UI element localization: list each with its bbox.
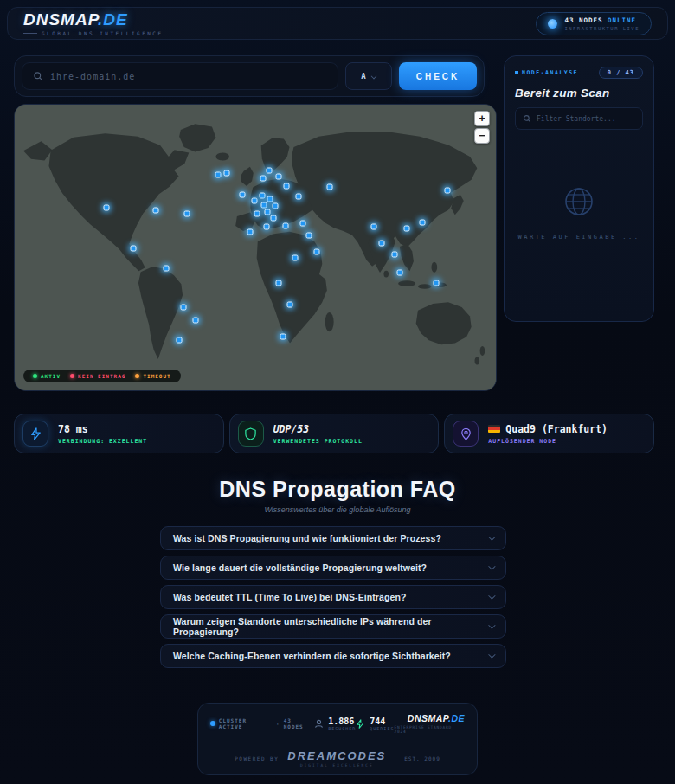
map-node-marker[interactable] [445,188,451,194]
map-node-marker[interactable] [420,220,426,226]
queries-label: QUERIES [370,726,394,731]
online-status-icon [548,19,557,29]
faq-list: Was ist DNS Propagierung und wie funktio… [160,526,506,668]
faq-item[interactable]: Wie lange dauert die vollständige Propag… [160,556,506,580]
footer-divider [210,742,465,742]
map-node-marker[interactable] [163,265,169,271]
faq-question: Warum zeigen Standorte unterschiedliche … [173,616,488,637]
world-map[interactable]: + − AKTIVKEIN EINTRAGTIMEOUT [14,104,497,391]
faq-header: DNS Propagation FAQ Wissenswertes über d… [0,477,675,514]
logo: DNSMAP.DE GLOBAL DNS INTELLIGENCE [23,11,164,36]
footer-logo-subtitle: ENTERPRISE STANDARD 2024 [394,725,465,734]
panel-label: NODE-ANALYSE [515,69,578,76]
map-node-marker[interactable] [267,167,273,173]
filter-input[interactable] [537,115,635,123]
resolver-value: Quad9 (Frankfurt) [488,423,608,435]
map-zoom-controls: + − [474,111,490,144]
map-node-marker[interactable] [247,229,253,235]
header: DNSMAP.DE GLOBAL DNS INTELLIGENCE 43 NOD… [7,7,668,40]
map-node-marker[interactable] [397,269,403,275]
map-node-marker[interactable] [261,202,267,209]
map-node-marker[interactable] [259,193,265,199]
protocol-value: UDP/53 [273,423,363,435]
legend-label: TIMEOUT [143,373,170,379]
map-node-marker[interactable] [130,245,136,251]
search-bar: A CHECK [14,55,485,97]
faq-item[interactable]: Welche Caching-Ebenen verhindern die sof… [160,644,506,668]
domain-input[interactable] [50,72,327,81]
logo-subtitle: GLOBAL DNS INTELLIGENCE [23,30,164,36]
map-node-marker[interactable] [271,215,277,222]
faq-item[interactable]: Was bedeutet TTL (Time To Live) bei DNS-… [160,585,506,609]
faq-subtitle: Wissenswertes über die globale Auflösung [0,505,675,514]
logo-wordmark: DNSMAP.DE [23,11,164,28]
zoom-in-button[interactable]: + [474,111,490,126]
footer-brand: DNSMAP.DE ENTERPRISE STANDARD 2024 [394,713,465,734]
faq-item[interactable]: Was ist DNS Propagierung und wie funktio… [160,526,506,550]
search-icon [523,114,531,123]
map-node-marker[interactable] [275,174,281,180]
globe-icon [561,183,597,220]
map-node-marker[interactable] [239,192,245,198]
map-node-marker[interactable] [153,208,159,214]
domain-input-wrap [22,62,338,90]
cluster-dot-icon [210,721,215,726]
map-node-marker[interactable] [283,223,289,229]
map-node-marker[interactable] [184,211,190,217]
map-node-marker[interactable] [177,337,183,344]
map-node-marker[interactable] [284,183,290,190]
map-node-marker[interactable] [296,194,302,200]
map-node-marker[interactable] [180,304,186,310]
page: DNSMAP.DE GLOBAL DNS INTELLIGENCE 43 NOD… [0,0,675,784]
legend-dot-icon [70,374,74,378]
map-node-marker[interactable] [326,184,332,190]
map-node-marker[interactable] [193,318,199,324]
map-node-marker[interactable] [305,233,312,239]
map-node-marker[interactable] [403,226,409,232]
legend-dot-icon [135,374,139,378]
shield-icon [238,421,264,447]
map-node-marker[interactable] [275,280,281,286]
powered-by-label: POWERED BY [235,755,279,762]
map-node-marker[interactable] [251,198,257,204]
empty-state: WARTE AUF EINGABE ... [515,183,643,241]
chevron-down-icon [370,74,376,80]
map-node-marker[interactable] [254,211,260,217]
protocol-caption: VERWENDETES PROTOKOLL [273,438,363,445]
map-node-marker[interactable] [379,241,385,247]
map-node-marker[interactable] [224,170,230,176]
latency-card: 78 ms VERBINDUNG: EXZELLENT [14,414,224,453]
zoom-out-button[interactable]: − [474,128,490,144]
faq-question: Was bedeutet TTL (Time To Live) bei DNS-… [173,592,406,602]
cluster-status: CLUSTER ACTIVE · 43 NODES [210,717,314,729]
map-node-marker[interactable] [300,221,306,227]
powered-by-row: POWERED BY DREAMCODES DIGITAL EXCELLENCE… [210,749,465,768]
logo-dash [23,33,37,34]
map-node-marker[interactable] [392,251,398,257]
protocol-card: UDP/53 VERWENDETES PROTOKOLL [229,414,440,453]
legend-label: KEIN EINTRAG [78,373,125,379]
map-node-marker[interactable] [215,171,222,177]
map-node-marker[interactable] [371,224,377,230]
map-node-marker[interactable] [292,254,298,260]
map-node-marker[interactable] [263,224,269,230]
record-type-select[interactable]: A [345,62,392,90]
faq-question: Was ist DNS Propagierung und wie funktio… [173,533,441,543]
nodes-online-text: 43 NODES ONLINE [564,16,640,24]
map-node-marker[interactable] [272,203,278,209]
map-node-marker[interactable] [260,176,266,182]
map-node-marker[interactable] [280,334,286,340]
queries-value: 744 [370,717,394,726]
legend-item: AKTIV [33,373,61,379]
map-node-marker[interactable] [313,248,319,254]
footer-separator [395,753,395,765]
map-node-marker[interactable] [267,196,273,202]
check-button[interactable]: CHECK [399,62,477,90]
map-node-marker[interactable] [264,209,270,215]
map-node-marker[interactable] [103,204,109,210]
map-node-marker[interactable] [434,280,440,286]
faq-item[interactable]: Warum zeigen Standorte unterschiedliche … [160,614,506,639]
map-node-marker[interactable] [287,301,293,307]
visitors-metric: 1.886 BESUCHER [314,717,356,731]
nodes-online-badge: 43 NODES ONLINE INFRASTRUKTUR LIVE [536,12,652,35]
